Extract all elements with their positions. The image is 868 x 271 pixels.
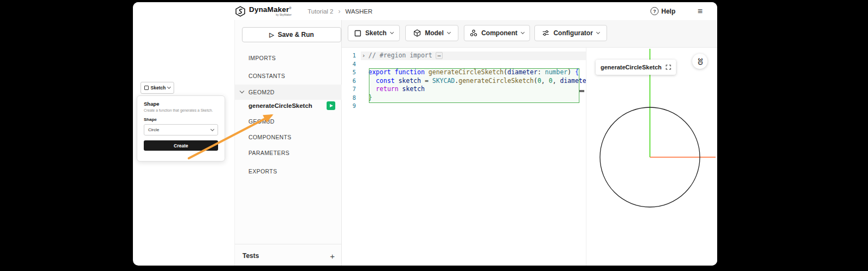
save-run-button[interactable]: ▷ Save & Run xyxy=(242,27,341,42)
code-token: = xyxy=(421,77,432,85)
shape-select-value: Circle xyxy=(148,127,159,132)
help-icon: ? xyxy=(650,7,659,15)
breadcrumb-current: WASHER xyxy=(346,8,373,15)
code-token: diameter xyxy=(507,68,537,76)
code-line-4[interactable]: 4 xyxy=(342,60,586,69)
shape-select[interactable]: Circle xyxy=(144,124,218,136)
expand-icon[interactable] xyxy=(666,64,671,70)
scrollbar-change-marker xyxy=(579,90,584,92)
sketch-square-icon xyxy=(144,86,149,90)
code-token: export xyxy=(368,68,391,76)
component-icon xyxy=(470,29,477,37)
preview-function-chip[interactable]: generateCircleSketch xyxy=(596,60,676,75)
code-line-8[interactable]: 8} xyxy=(342,94,586,102)
tests-section: Tests + xyxy=(235,248,342,264)
line-body: return sketch xyxy=(361,85,586,94)
line-number: 8 xyxy=(342,94,361,102)
sidebar-item-label: GEOM3D xyxy=(248,118,275,125)
breadcrumb-separator-icon: › xyxy=(339,8,341,15)
code-token: ) xyxy=(567,68,575,76)
code-line-1[interactable]: 1›// #region import⋯ xyxy=(342,51,586,60)
code-token: const xyxy=(376,77,395,85)
dynamaker-logo-icon xyxy=(235,6,246,17)
help-button[interactable]: ? Help xyxy=(650,2,675,20)
code-text: return sketch xyxy=(368,85,425,94)
code-token: function xyxy=(394,68,424,76)
code-line-9[interactable]: 9 xyxy=(342,102,586,111)
sidebar-item-components[interactable]: COMPONENTS xyxy=(235,130,342,145)
card-title: Shape xyxy=(144,101,218,107)
sidebar-item-imports[interactable]: IMPORTS xyxy=(235,50,342,66)
code-token: 0 xyxy=(538,77,541,85)
shape-creation-card: Shape Create a function that generates a… xyxy=(137,95,225,162)
create-button[interactable]: Create xyxy=(144,140,218,151)
code-token: { xyxy=(575,68,579,76)
chevron-down-icon xyxy=(596,30,600,34)
sidebar-item-generatecirclesketch[interactable]: generateCircleSketch xyxy=(235,98,342,113)
toolbar-button-label: Model xyxy=(425,29,444,37)
code-editor[interactable]: 1›// #region import⋯45export function ge… xyxy=(342,48,586,266)
chevron-down-icon xyxy=(240,89,244,93)
sidebar-item-label: EXPORTS xyxy=(248,168,277,175)
logo-title: DynaMaker® xyxy=(249,6,291,14)
sidebar-item-parameters[interactable]: PARAMETERS xyxy=(235,145,342,160)
toolbar-button-model[interactable]: Model xyxy=(405,25,458,41)
sketch-square-icon xyxy=(354,30,361,37)
toggle-3d-button[interactable]: 3D xyxy=(692,54,707,69)
chevron-down-icon xyxy=(521,30,525,34)
sidebar-item-geom3d[interactable]: GEOM3D xyxy=(235,114,342,129)
menu-button[interactable]: ≡ xyxy=(698,2,703,20)
toolbar-button-label: Component xyxy=(481,29,518,37)
sidebar-item-label: PARAMETERS xyxy=(248,150,290,156)
code-text: const sketch = SKYCAD.generateCircleSket… xyxy=(368,77,594,86)
toolbar-button-configurator[interactable]: Configurator xyxy=(534,25,607,41)
sidebar-divider xyxy=(235,244,342,244)
fold-arrow-icon[interactable]: › xyxy=(361,51,368,60)
add-test-button[interactable]: + xyxy=(330,251,335,261)
view-toolbar: Sketch Model Component xyxy=(342,20,717,48)
code-text: export function generateCircleSketch(dia… xyxy=(368,68,579,77)
code-token: sketch xyxy=(402,85,425,93)
configurator-sliders-icon xyxy=(542,29,550,37)
line-number: 6 xyxy=(342,77,361,86)
sidebar-item-label: IMPORTS xyxy=(248,55,276,61)
play-icon: ▷ xyxy=(269,31,273,38)
fold-ellipsis-badge[interactable]: ⋯ xyxy=(436,52,443,59)
code-line-5[interactable]: 5export function generateCircleSketch(di… xyxy=(342,68,586,77)
sidebar-item-label: GEOM2D xyxy=(248,89,275,95)
chevron-down-icon xyxy=(167,85,171,89)
sidebar-item-geom2d[interactable]: GEOM2D xyxy=(235,85,342,100)
sketch-dropdown-label: Sketch xyxy=(151,85,166,91)
toolbar-button-sketch[interactable]: Sketch xyxy=(348,25,400,41)
breadcrumb: Tutorial 2 › WASHER xyxy=(308,2,373,20)
sidebar-item-exports[interactable]: EXPORTS xyxy=(235,164,342,179)
sketch-dropdown-button[interactable]: Sketch xyxy=(141,82,174,94)
app-logo[interactable]: DynaMaker® by SkyMaker xyxy=(235,2,291,20)
run-function-button[interactable] xyxy=(327,101,335,110)
code-token: , xyxy=(541,77,549,85)
shape-field-label: Shape xyxy=(144,117,218,122)
logo-registered-mark: ® xyxy=(289,6,292,9)
line-body: const sketch = SKYCAD.generateCircleSket… xyxy=(361,77,594,86)
toolbar-button-label: Sketch xyxy=(365,29,386,37)
line-number: 4 xyxy=(342,60,361,69)
toolbar-button-label: Configurator xyxy=(553,29,593,37)
code-line-7[interactable]: 7 return sketch xyxy=(342,85,586,94)
code-token: return xyxy=(376,85,399,93)
sidebar-item-label: generateCircleSketch xyxy=(248,102,312,109)
screen: DynaMaker® by SkyMaker Tutorial 2 › WASH… xyxy=(0,0,868,271)
sketch-canvas[interactable] xyxy=(586,48,717,266)
breadcrumb-project[interactable]: Tutorial 2 xyxy=(308,8,334,15)
code-line-6[interactable]: 6 const sketch = SKYCAD.generateCircleSk… xyxy=(342,77,586,86)
tests-label: Tests xyxy=(242,252,259,260)
line-body xyxy=(361,60,586,69)
code-token: , xyxy=(552,77,560,85)
model-cube-icon xyxy=(413,29,421,37)
toolbar-button-component[interactable]: Component xyxy=(464,25,530,41)
sidebar-item-constants[interactable]: CONSTANTS xyxy=(235,68,342,83)
code-text: // #region import xyxy=(368,51,432,60)
code-token: // #region import xyxy=(368,51,432,59)
line-body: } xyxy=(361,94,586,102)
card-description: Create a function that generates a Sketc… xyxy=(144,108,218,112)
app-window: DynaMaker® by SkyMaker Tutorial 2 › WASH… xyxy=(133,2,717,266)
